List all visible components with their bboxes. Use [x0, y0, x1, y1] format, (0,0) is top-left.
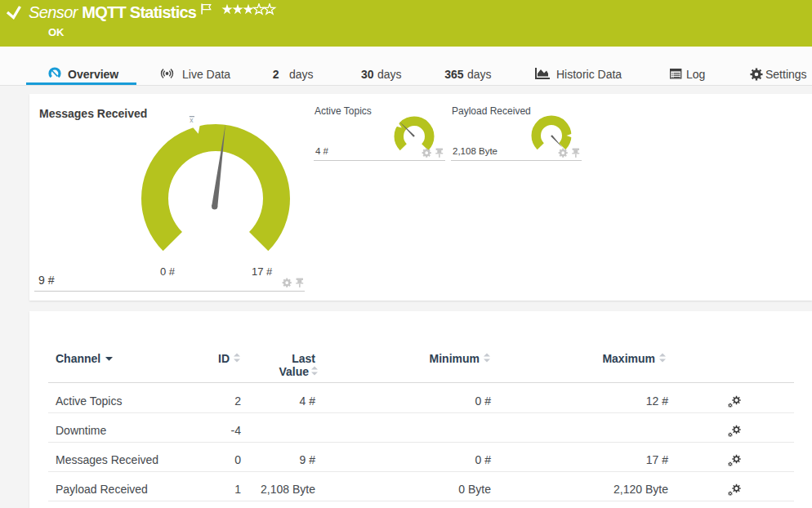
svg-text:x: x	[190, 116, 194, 124]
